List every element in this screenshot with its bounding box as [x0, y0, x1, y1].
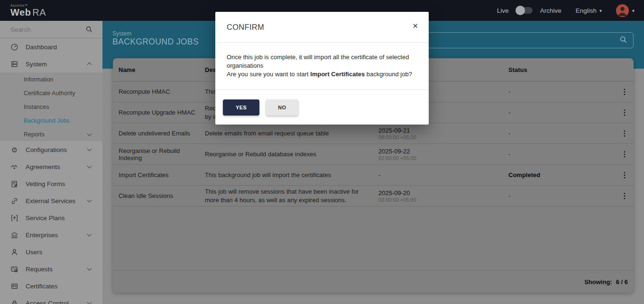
table-row: Import CertificatesThis background job w…	[113, 165, 634, 186]
search-icon[interactable]	[619, 36, 627, 45]
sidebar-item-information[interactable]: Information	[0, 72, 102, 86]
row-actions-kebab-icon[interactable]: ⋮	[616, 151, 634, 158]
sidebar-item-label: Certificate Authority	[24, 90, 75, 97]
brand-company: Ascertia™	[10, 4, 46, 7]
sidebar-item-configurations[interactable]: ⚙Configurations	[0, 141, 102, 158]
sidebar-item-label: Dashboard	[26, 44, 57, 51]
language-dropdown[interactable]: English ▾	[576, 7, 602, 14]
sidebar-item-label: Requests	[26, 266, 53, 273]
job-name-cell: Recompute Upgrade HMAC	[119, 109, 205, 116]
job-description-cell: This background job will import the cert…	[205, 171, 378, 179]
job-description-cell: Reorganise or Rebuild database indexes	[205, 150, 378, 159]
confirm-dialog: CONFIRM ✕ Once this job is complete, it …	[215, 12, 429, 125]
sidebar-item-dashboard[interactable]: Dashboard	[0, 38, 102, 55]
sidebar-item-instances[interactable]: Instances	[0, 100, 102, 114]
live-archive-toggle[interactable]	[516, 7, 533, 14]
table-row: Clean Idle SessionsThis job will remove …	[113, 186, 634, 206]
sidebar-search	[0, 21, 102, 38]
job-description-cell: Delete emails from email request queue t…	[205, 129, 378, 138]
no-button[interactable]: NO	[266, 99, 298, 116]
sidebar-item-label: Agreements	[26, 163, 60, 170]
sidebar-item-label: Enterprises	[26, 232, 58, 239]
chevron-down-icon	[87, 232, 92, 237]
sidebar-item-label: System	[26, 61, 47, 68]
showing-value: 6 / 6	[616, 278, 628, 286]
job-name-cell: Reorganise or Rebuild Indexing	[119, 147, 205, 161]
sidebar-item-service-plans[interactable]: Service Plans	[0, 209, 102, 226]
confirm-dialog-body: Once this job is complete, it will impor…	[215, 43, 429, 90]
certificate-icon	[10, 282, 18, 290]
sidebar-item-agreements[interactable]: Agreements	[0, 158, 102, 175]
archive-label: Archive	[540, 7, 561, 14]
row-actions-kebab-icon[interactable]: ⋮	[616, 109, 634, 116]
job-name-emphasis: Import Certificates	[310, 71, 365, 78]
sidebar-item-requests[interactable]: Requests	[0, 260, 102, 277]
row-actions-kebab-icon[interactable]: ⋮	[616, 192, 634, 200]
gauge-icon	[10, 43, 18, 51]
confirm-dialog-title: CONFIRM	[227, 23, 264, 32]
request-icon	[10, 265, 18, 273]
sidebar-item-certificates[interactable]: Certificates	[0, 277, 102, 295]
server-icon	[10, 60, 18, 68]
sidebar-item-label: Reports	[24, 131, 45, 138]
gear-icon: ⚙	[10, 146, 18, 154]
sidebar-item-background-jobs[interactable]: Background Jobs	[0, 114, 102, 127]
user-menu[interactable]: ▾	[616, 4, 635, 17]
bank-icon	[10, 231, 18, 239]
breadcrumb: System	[112, 30, 131, 37]
confirm-dialog-header: CONFIRM ✕	[215, 12, 429, 43]
chevron-down-icon	[87, 164, 92, 169]
row-actions-kebab-icon[interactable]: ⋮	[616, 130, 634, 137]
row-actions-kebab-icon[interactable]: ⋮	[616, 88, 634, 96]
plan-icon	[10, 214, 18, 222]
sidebar-item-label: Service Plans	[26, 215, 65, 222]
sidebar-search-input[interactable]	[10, 26, 91, 33]
sidebar-item-label: External Services	[26, 197, 75, 205]
job-status-cell: -	[508, 109, 603, 116]
row-actions-kebab-icon[interactable]: ⋮	[616, 171, 634, 179]
sidebar: DashboardSystemInformationCertificate Au…	[0, 21, 102, 304]
chevron-up-icon	[87, 63, 92, 67]
job-description-cell: This job will remove sessions that have …	[205, 188, 378, 204]
chevron-down-icon	[87, 266, 92, 271]
job-status-cell: -	[508, 192, 603, 199]
sidebar-item-enterprises[interactable]: Enterprises	[0, 226, 102, 243]
yes-button[interactable]: YES	[223, 99, 259, 116]
table-row: Delete undelivered EmailsDelete emails f…	[113, 123, 634, 144]
user-icon	[10, 248, 18, 256]
chevron-down-icon: ▾	[599, 8, 602, 13]
sidebar-item-label: Background Jobs	[24, 117, 70, 124]
confirm-dialog-footer: YES NO	[215, 90, 429, 116]
sidebar-item-label: Users	[26, 249, 42, 256]
chevron-down-icon	[87, 300, 92, 304]
sidebar-item-label: Vetting Forms	[26, 180, 65, 188]
handshake-icon	[10, 163, 18, 171]
sidebar-nav: DashboardSystemInformationCertificate Au…	[0, 38, 102, 304]
sidebar-item-users[interactable]: Users	[0, 243, 102, 260]
sidebar-item-vetting-forms[interactable]: Vetting Forms	[0, 175, 102, 192]
job-schedule-cell: 2025-09-2003:00:00 +05:00	[378, 189, 508, 203]
sidebar-item-reports[interactable]: Reports	[0, 127, 102, 141]
search-icon	[85, 26, 93, 35]
lock-icon	[10, 299, 18, 304]
showing-label: Showing:	[584, 278, 612, 286]
sidebar-item-external-services[interactable]: External Services	[0, 192, 102, 209]
job-schedule-cell: -	[378, 171, 508, 179]
sidebar-item-certificate-authority[interactable]: Certificate Authority	[0, 86, 102, 100]
job-status-cell: -	[508, 88, 603, 95]
sidebar-item-label: Access Control	[26, 300, 69, 304]
job-name-cell: Recompute HMAC	[119, 88, 205, 95]
sidebar-item-system[interactable]: System	[0, 55, 102, 72]
live-label: Live	[497, 7, 509, 14]
job-status-cell: -	[508, 151, 603, 158]
column-header-name: Name	[119, 66, 205, 73]
job-status-cell: Completed	[508, 171, 603, 179]
job-name-cell: Import Certificates	[119, 171, 205, 179]
close-icon[interactable]: ✕	[412, 22, 418, 29]
table-row: Reorganise or Rebuild IndexingReorganise…	[113, 144, 634, 165]
brand-name: WebRA	[10, 7, 46, 18]
page-title: BACKGROUND JOBS	[112, 37, 199, 47]
chevron-down-icon	[87, 132, 92, 136]
sidebar-item-access-control[interactable]: Access Control	[0, 295, 102, 304]
job-schedule-cell: 2025-09-2202:00:00 +05:00	[378, 148, 508, 161]
